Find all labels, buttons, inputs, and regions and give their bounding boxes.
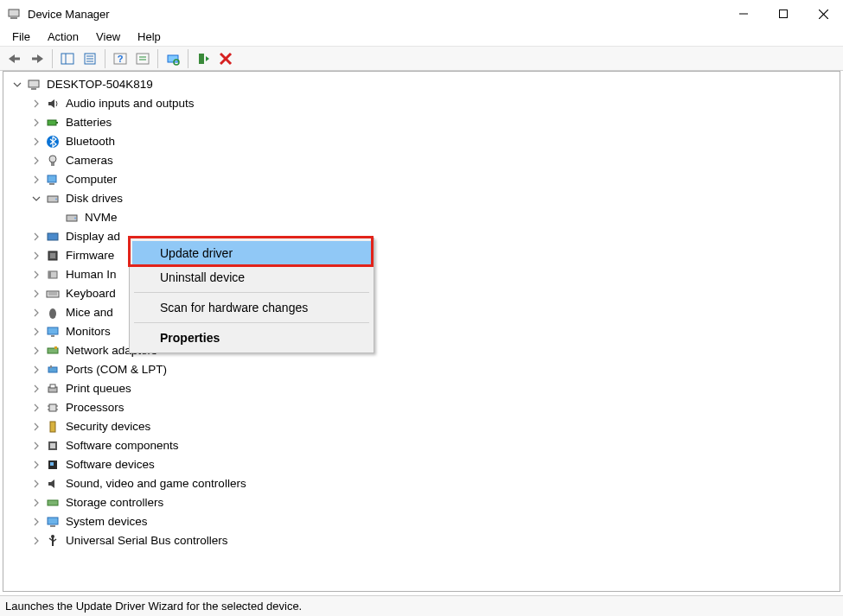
context-menu-item-label: Properties — [160, 331, 220, 345]
tree-item-cameras[interactable]: Cameras — [31, 151, 840, 170]
context-menu-item-label: Scan for hardware changes — [160, 301, 308, 314]
menu-view[interactable]: View — [87, 29, 129, 45]
tree-item-print-queues[interactable]: Print queues — [31, 379, 840, 398]
caret-right-icon[interactable] — [31, 403, 42, 413]
tree-item-label: Print queues — [66, 379, 131, 398]
svg-rect-7 — [32, 57, 37, 60]
nav-forward-button[interactable] — [26, 48, 48, 69]
context-menu-update-driver[interactable]: Update driver — [132, 241, 371, 265]
caret-right-icon[interactable] — [31, 117, 42, 128]
caret-right-icon[interactable] — [31, 98, 42, 109]
caret-right-icon[interactable] — [31, 308, 42, 318]
svg-rect-24 — [29, 80, 39, 87]
caret-down-icon[interactable] — [31, 194, 42, 204]
tree-item-security-devices[interactable]: Security devices — [31, 417, 840, 436]
tree-root[interactable]: DESKTOP-504K819 — [12, 75, 840, 94]
tree-item-processors[interactable]: Processors — [31, 398, 840, 417]
tree-item-label: Audio inputs and outputs — [66, 94, 195, 113]
camera-icon — [45, 153, 61, 168]
network-adapter-icon — [45, 343, 61, 359]
battery-icon — [45, 115, 61, 130]
properties-button[interactable] — [79, 48, 101, 69]
menu-action[interactable]: Action — [39, 29, 87, 45]
update-driver-button[interactable] — [192, 48, 214, 69]
menu-file[interactable]: File — [3, 29, 39, 45]
caret-right-icon[interactable] — [31, 441, 42, 451]
svg-rect-30 — [51, 162, 54, 166]
tree-item-nvme-disk[interactable]: NVMe — [50, 208, 840, 227]
pc-icon — [45, 172, 61, 187]
action-button[interactable] — [131, 48, 154, 69]
menu-help[interactable]: Help — [129, 29, 169, 45]
caret-right-icon[interactable] — [31, 251, 42, 261]
context-menu-scan-hardware[interactable]: Scan for hardware changes — [132, 295, 371, 320]
toolbar-separator — [105, 49, 105, 68]
tree-item-system-devices[interactable]: System devices — [31, 512, 840, 531]
caret-right-icon[interactable] — [31, 175, 42, 185]
caret-right-icon[interactable] — [31, 289, 42, 299]
caret-right-icon[interactable] — [31, 422, 42, 432]
tree-item-disk-drives[interactable]: Disk drives — [31, 189, 840, 208]
sound-icon — [45, 476, 61, 492]
storage-controller-icon — [45, 495, 61, 511]
caret-right-icon[interactable] — [31, 232, 42, 242]
help-button[interactable]: ? — [109, 48, 131, 69]
caret-right-icon[interactable] — [31, 536, 42, 546]
context-menu-uninstall-device[interactable]: Uninstall device — [132, 265, 371, 289]
caret-right-icon[interactable] — [31, 460, 42, 470]
computer-icon — [26, 77, 42, 92]
caret-right-icon[interactable] — [31, 517, 42, 527]
nav-back-button[interactable] — [3, 48, 26, 69]
caret-right-icon[interactable] — [31, 137, 42, 147]
context-menu-properties[interactable]: Properties — [132, 326, 371, 350]
svg-rect-39 — [50, 253, 55, 258]
minimize-button[interactable] — [724, 0, 763, 28]
tree-item-software-devices[interactable]: Software devices — [31, 455, 840, 474]
tree-item-label: Firmware — [66, 246, 114, 265]
cpu-icon — [45, 400, 61, 416]
caret-right-icon[interactable] — [31, 365, 42, 375]
tree-item-storage-controllers[interactable]: Storage controllers — [31, 493, 840, 512]
tree-item-audio[interactable]: Audio inputs and outputs — [31, 94, 840, 113]
svg-rect-25 — [31, 88, 36, 90]
tree-item-software-components[interactable]: Software components — [31, 436, 840, 455]
caret-right-icon[interactable] — [31, 270, 42, 280]
svg-point-29 — [49, 156, 56, 162]
context-menu-separator — [134, 322, 369, 323]
tree-item-ports[interactable]: Ports (COM & LPT) — [31, 360, 840, 379]
maximize-button[interactable] — [763, 0, 803, 28]
tree-item-label: Display ad — [66, 227, 120, 246]
svg-rect-37 — [48, 233, 58, 240]
context-menu-separator — [134, 292, 369, 293]
close-button[interactable] — [803, 0, 843, 28]
tree-item-bluetooth[interactable]: Bluetooth — [31, 132, 840, 151]
caret-right-icon[interactable] — [31, 384, 42, 394]
tree-item-label: Security devices — [66, 417, 150, 436]
caret-right-icon[interactable] — [31, 156, 42, 166]
caret-right-icon[interactable] — [31, 479, 42, 489]
svg-rect-47 — [51, 335, 54, 337]
svg-text:?: ? — [118, 54, 124, 64]
mouse-icon — [45, 305, 61, 321]
context-menu-item-label: Update driver — [160, 246, 233, 260]
tree-item-label: Software devices — [66, 455, 155, 474]
system-device-icon — [45, 514, 61, 530]
toolbar-separator — [52, 49, 53, 68]
svg-rect-64 — [48, 500, 58, 505]
caret-right-icon[interactable] — [31, 327, 42, 337]
tree-item-label: Sound, video and game controllers — [66, 474, 246, 493]
caret-right-icon[interactable] — [31, 498, 42, 508]
show-hide-console-tree-button[interactable] — [56, 48, 79, 69]
toolbar-separator — [188, 49, 188, 68]
svg-rect-16 — [137, 54, 149, 64]
tree-item-computer[interactable]: Computer — [31, 170, 840, 189]
caret-down-icon[interactable] — [12, 79, 22, 90]
tree-item-sound-controllers[interactable]: Sound, video and game controllers — [31, 474, 840, 493]
tree-item-label: Bluetooth — [66, 132, 115, 151]
caret-right-icon[interactable] — [31, 346, 42, 356]
tree-item-label: Software components — [66, 436, 179, 455]
scan-hardware-button[interactable] — [162, 48, 184, 69]
tree-item-batteries[interactable]: Batteries — [31, 113, 840, 132]
tree-item-usb-controllers[interactable]: Universal Serial Bus controllers — [31, 531, 840, 550]
uninstall-device-button[interactable] — [214, 48, 237, 69]
